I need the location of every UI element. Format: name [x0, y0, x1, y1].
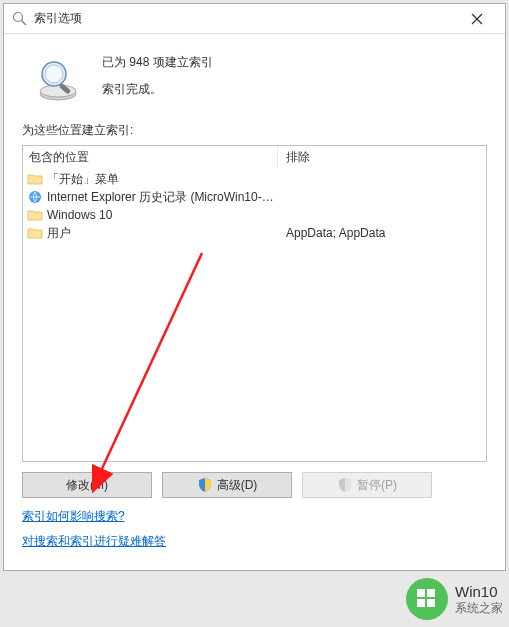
- list-label: 为这些位置建立索引:: [22, 122, 487, 139]
- watermark-text: Win10 系统之家: [455, 583, 503, 615]
- watermark-line1: Win10: [455, 583, 503, 601]
- close-button[interactable]: [457, 5, 497, 33]
- advanced-button[interactable]: 高级(D): [162, 472, 292, 498]
- win10-logo-icon: [405, 577, 449, 621]
- help-links: 索引如何影响搜索? 对搜索和索引进行疑难解答: [22, 508, 487, 558]
- list-item-excluded: AppData; AppData: [278, 226, 486, 240]
- list-header: 包含的位置 排除: [23, 146, 486, 168]
- list-item[interactable]: Windows 10: [23, 206, 486, 224]
- svg-line-1: [21, 20, 26, 25]
- link-how-affects-search[interactable]: 索引如何影响搜索?: [22, 508, 125, 525]
- modify-button[interactable]: 修改(M): [22, 472, 152, 498]
- button-label: 高级(D): [217, 477, 258, 494]
- list-body: 「开始」菜单 Internet Explorer 历史记录 (MicroWin1…: [23, 168, 486, 461]
- link-troubleshoot[interactable]: 对搜索和索引进行疑难解答: [22, 533, 166, 550]
- svg-rect-12: [417, 589, 425, 597]
- svg-point-7: [45, 65, 63, 83]
- svg-rect-14: [417, 599, 425, 607]
- shield-icon: [337, 477, 353, 493]
- shield-icon: [197, 477, 213, 493]
- window-title: 索引选项: [34, 10, 457, 27]
- dialog-content: 已为 948 项建立索引 索引完成。 为这些位置建立索引: 包含的位置 排除 「…: [4, 34, 505, 570]
- svg-point-5: [40, 85, 76, 97]
- status-area: 已为 948 项建立索引 索引完成。: [22, 52, 487, 104]
- indexed-count-label: 已为 948 项建立索引: [102, 54, 213, 71]
- list-item[interactable]: Internet Explorer 历史记录 (MicroWin10-…: [23, 188, 486, 206]
- indexing-options-dialog: 索引选项 已为 948 项建立索引 索引完成。 为这些位置建立索引:: [3, 3, 506, 571]
- close-icon: [471, 13, 483, 25]
- list-item[interactable]: 「开始」菜单: [23, 170, 486, 188]
- folder-icon: [27, 225, 43, 241]
- svg-rect-13: [427, 589, 435, 597]
- folder-icon: [27, 207, 43, 223]
- magnifier-disk-icon: [34, 56, 82, 104]
- locations-list: 包含的位置 排除 「开始」菜单 Internet Explorer 历史记录 (…: [22, 145, 487, 462]
- index-status-label: 索引完成。: [102, 81, 213, 98]
- pause-button: 暂停(P): [302, 472, 432, 498]
- titlebar: 索引选项: [4, 4, 505, 34]
- column-included[interactable]: 包含的位置: [23, 146, 278, 168]
- list-item[interactable]: 用户 AppData; AppData: [23, 224, 486, 242]
- ie-icon: [27, 189, 43, 205]
- folder-icon: [27, 171, 43, 187]
- list-item-label: Internet Explorer 历史记录 (MicroWin10-…: [47, 189, 278, 206]
- watermark: Win10 系统之家: [405, 577, 503, 621]
- column-excluded[interactable]: 排除: [278, 146, 486, 168]
- list-item-label: 用户: [47, 225, 278, 242]
- list-item-label: Windows 10: [47, 208, 278, 222]
- button-label: 修改(M): [66, 477, 108, 494]
- svg-rect-15: [427, 599, 435, 607]
- status-text: 已为 948 项建立索引 索引完成。: [102, 52, 213, 98]
- list-item-label: 「开始」菜单: [47, 171, 278, 188]
- button-label: 暂停(P): [357, 477, 397, 494]
- button-row: 修改(M) 高级(D) 暂停(P): [22, 472, 487, 498]
- indexing-icon: [12, 11, 28, 27]
- watermark-line2: 系统之家: [455, 601, 503, 615]
